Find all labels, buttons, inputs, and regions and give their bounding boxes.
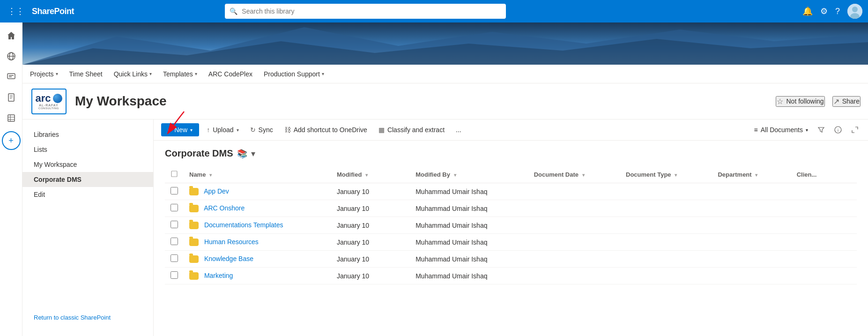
notification-icon[interactable]: 🔔 [802, 6, 813, 16]
nav-quicklinks[interactable]: Quick Links ▾ [114, 70, 152, 78]
row-checkbox[interactable] [171, 204, 178, 211]
nav-templates-label: Templates [163, 70, 193, 78]
row-modified-by-cell: Muhammad Umair Ishaq [410, 183, 528, 200]
col-header-dept[interactable]: Department ▾ [712, 166, 791, 183]
lists-nav-icon[interactable] [2, 109, 21, 127]
more-button[interactable]: ... [452, 123, 465, 136]
row-name[interactable]: Human Resources [204, 238, 259, 246]
svg-rect-13 [8, 115, 15, 121]
nav-projects-chevron: ▾ [56, 71, 58, 76]
svg-text:i: i [838, 128, 838, 133]
add-shortcut-button[interactable]: ⛓ Add shortcut to OneDrive [281, 123, 371, 136]
row-doc-type-cell [620, 268, 712, 284]
toolbar: + New ▾ ↑ Upload ▾ ↻ Sync [154, 119, 868, 141]
sidebar-item-corporate-dms[interactable]: Corporate DMS [22, 172, 153, 187]
folder-icon [189, 188, 199, 195]
nav-projects[interactable]: Projects ▾ [30, 70, 58, 78]
star-icon: ☆ [777, 97, 783, 106]
folder-icon [189, 239, 199, 246]
row-modified-by: Muhammad Umair Ishaq [415, 222, 487, 229]
doc-title-chevron[interactable]: ▾ [251, 149, 255, 159]
row-client-cell [791, 183, 857, 200]
col-header-doc-date[interactable]: Document Date ▾ [528, 166, 620, 183]
row-modified-cell: January 10 [331, 217, 410, 234]
top-bar: ⋮⋮ SharePoint 🔍 🔔 ⚙ ? [0, 0, 868, 22]
svg-rect-9 [8, 94, 14, 101]
chat-nav-icon[interactable] [2, 67, 21, 86]
col-header-name[interactable]: Name ▾ [184, 166, 331, 183]
library-icon[interactable]: 📚 [237, 149, 247, 159]
svg-rect-6 [7, 74, 15, 79]
col-header-modified[interactable]: Modified ▾ [331, 166, 410, 183]
table-row: Knowledge Base January 10 Muhammad Umair… [165, 251, 857, 268]
share-label: Share [842, 97, 860, 105]
row-name[interactable]: App Dev [204, 187, 229, 195]
row-name[interactable]: Documentations Templates [204, 221, 283, 229]
search-input[interactable] [225, 4, 506, 19]
nav-timesheet[interactable]: Time Sheet [69, 70, 103, 78]
row-modified-by: Muhammad Umair Ishaq [415, 255, 487, 263]
row-modified: January 10 [337, 272, 369, 280]
col-doc-type-label: Document Type [626, 171, 671, 178]
row-checkbox[interactable] [171, 221, 178, 228]
help-icon[interactable]: ? [835, 7, 840, 16]
upload-button[interactable]: ↑ Upload ▾ [203, 123, 242, 136]
add-nav-icon[interactable]: + [2, 131, 21, 150]
nav-templates-chevron: ▾ [195, 71, 197, 76]
nav-quicklinks-chevron: ▾ [149, 71, 152, 76]
site-logo: arc AL-RAFAY CONSULTING [30, 87, 67, 115]
sidebar-item-lists[interactable]: Lists [22, 142, 153, 157]
new-button[interactable]: + New ▾ [161, 123, 199, 136]
row-checkbox[interactable] [171, 254, 178, 262]
global-nav: + [0, 22, 22, 336]
row-dept-cell [712, 251, 791, 268]
doc-title-row: Corporate DMS 📚 ▾ [165, 148, 857, 159]
col-header-modified-by[interactable]: Modified By ▾ [410, 166, 528, 183]
pages-nav-icon[interactable] [2, 88, 21, 107]
globe-nav-icon[interactable] [2, 47, 21, 66]
classify-button[interactable]: ▦ Classify and extract [375, 123, 448, 136]
avatar[interactable] [847, 4, 862, 19]
nav-production[interactable]: Production Support ▾ [264, 70, 324, 78]
all-documents-label: All Documents [761, 126, 803, 134]
expand-button[interactable] [849, 124, 861, 135]
col-header-client[interactable]: Clien... [791, 166, 857, 183]
sidebar-item-edit[interactable]: Edit [22, 187, 153, 202]
nav-projects-label: Projects [30, 70, 54, 78]
row-doc-type-cell [620, 217, 712, 234]
col-doc-date-label: Document Date [534, 171, 579, 178]
main-content: Libraries Lists My Workspace Corporate D… [22, 119, 868, 336]
sidebar-item-libraries[interactable]: Libraries [22, 127, 153, 142]
home-nav-icon[interactable] [2, 26, 21, 45]
filter-button[interactable] [816, 124, 827, 135]
nav-quicklinks-label: Quick Links [114, 70, 148, 78]
row-checkbox[interactable] [171, 271, 178, 279]
row-modified: January 10 [337, 255, 369, 263]
logo-arc-text: arc [35, 93, 51, 104]
waffle-icon[interactable]: ⋮⋮ [6, 4, 26, 18]
return-to-classic-link[interactable]: Return to classic SharePoint [22, 310, 154, 325]
row-modified: January 10 [337, 188, 369, 195]
row-checkbox[interactable] [171, 238, 178, 245]
row-dept-cell [712, 200, 791, 217]
row-doc-type-cell [620, 200, 712, 217]
share-button[interactable]: ↗ Share [832, 96, 861, 107]
sync-button[interactable]: ↻ Sync [246, 123, 277, 136]
col-dept-label: Department [718, 171, 751, 178]
sidebar-item-my-workspace[interactable]: My Workspace [22, 157, 153, 172]
row-name[interactable]: Knowledge Base [204, 255, 253, 262]
row-name[interactable]: Marketing [204, 272, 233, 279]
all-documents-button[interactable]: ≡ All Documents ▾ [752, 124, 810, 135]
settings-icon[interactable]: ⚙ [820, 6, 828, 16]
info-button[interactable]: i [832, 124, 844, 135]
not-following-button[interactable]: ☆ Not following [776, 96, 824, 107]
row-checkbox[interactable] [171, 187, 178, 194]
row-name[interactable]: ARC Onshore [204, 204, 245, 212]
sort-modified-icon: ▾ [365, 172, 368, 178]
row-doc-date-cell [528, 217, 620, 234]
nav-templates[interactable]: Templates ▾ [163, 70, 197, 78]
nav-codeplex[interactable]: ARC CodePlex [208, 70, 252, 78]
row-doc-type-cell [620, 183, 712, 200]
table-row: Marketing January 10 Muhammad Umair Isha… [165, 268, 857, 284]
col-header-doc-type[interactable]: Document Type ▾ [620, 166, 712, 183]
